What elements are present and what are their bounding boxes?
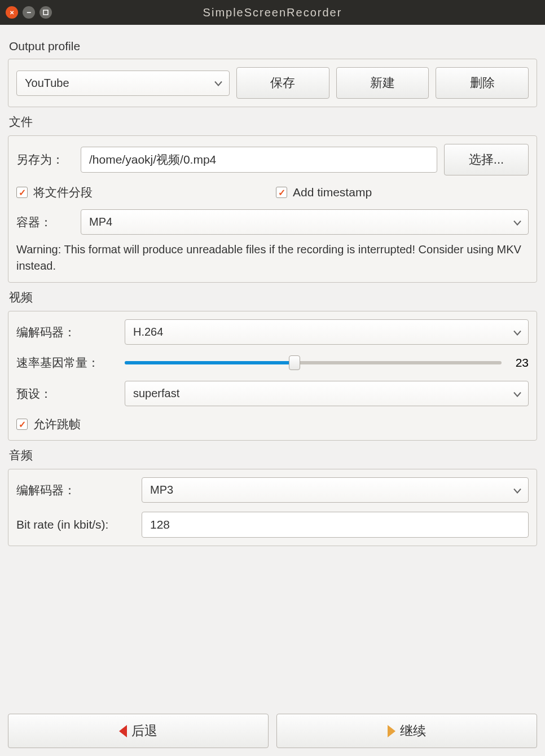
arrow-right-icon (388, 725, 395, 737)
file-section-label: 文件 (9, 114, 537, 130)
chevron-down-icon (513, 387, 521, 400)
checkbox-icon (276, 187, 287, 198)
save-as-input[interactable] (81, 147, 437, 173)
close-icon[interactable] (6, 6, 18, 19)
video-codec-select[interactable]: H.264 (125, 319, 529, 345)
preset-select[interactable]: superfast (125, 381, 529, 406)
window-title: SimpleScreenRecorder (0, 6, 545, 19)
video-section-label: 视频 (9, 289, 537, 305)
audio-codec-label: 编解码器： (16, 482, 135, 498)
audio-codec-select[interactable]: MP3 (142, 477, 529, 503)
new-button[interactable]: 新建 (336, 67, 429, 99)
timestamp-checkbox-label: Add timestamp (293, 186, 372, 199)
svg-rect-0 (43, 10, 48, 15)
crf-value: 23 (509, 356, 529, 370)
bitrate-input[interactable] (142, 512, 529, 538)
checkbox-icon (16, 419, 28, 430)
skip-frame-checkbox[interactable]: 允许跳帧 (16, 416, 81, 432)
profile-select[interactable]: YouTube (16, 71, 230, 96)
crf-slider[interactable] (125, 361, 502, 364)
titlebar: SimpleScreenRecorder (0, 0, 545, 25)
container-value: MP4 (89, 216, 112, 228)
file-panel: 另存为： 选择... 将文件分段 Add timestamp 容器： MP4 (8, 135, 537, 283)
maximize-icon[interactable] (39, 6, 52, 19)
chevron-down-icon (214, 77, 222, 90)
segment-checkbox-label: 将文件分段 (33, 184, 93, 200)
continue-label: 继续 (400, 722, 426, 740)
video-codec-value: H.264 (133, 326, 163, 339)
minimize-icon[interactable] (23, 6, 35, 19)
segment-checkbox[interactable]: 将文件分段 (16, 184, 269, 200)
output-profile-label: Output profile (9, 39, 537, 53)
delete-button[interactable]: 删除 (436, 67, 529, 99)
timestamp-checkbox[interactable]: Add timestamp (276, 186, 529, 199)
chevron-down-icon (513, 326, 521, 339)
video-panel: 编解码器： H.264 速率基因常量： 23 预设： (8, 311, 537, 441)
crf-label: 速率基因常量： (16, 355, 118, 371)
back-button[interactable]: 后退 (8, 714, 269, 748)
chevron-down-icon (513, 216, 521, 228)
skip-frame-label: 允许跳帧 (33, 416, 81, 432)
bitrate-label: Bit rate (in kbit/s): (16, 518, 135, 531)
back-label: 后退 (131, 722, 157, 740)
container-select[interactable]: MP4 (81, 209, 529, 235)
container-label: 容器： (16, 214, 74, 230)
checkbox-icon (16, 187, 28, 198)
window-controls (6, 6, 52, 19)
arrow-left-icon (119, 725, 127, 737)
continue-button[interactable]: 继续 (276, 714, 537, 748)
audio-section-label: 音频 (9, 447, 537, 463)
chevron-down-icon (513, 484, 521, 496)
audio-codec-value: MP3 (150, 484, 173, 496)
save-button[interactable]: 保存 (236, 67, 329, 99)
browse-button[interactable]: 选择... (444, 144, 529, 175)
preset-value: superfast (133, 387, 179, 400)
output-profile-panel: YouTube 保存 新建 删除 (8, 59, 537, 107)
audio-panel: 编解码器： MP3 Bit rate (in kbit/s): (8, 469, 537, 546)
video-codec-label: 编解码器： (16, 324, 118, 340)
preset-label: 预设： (16, 386, 118, 402)
save-as-label: 另存为： (16, 152, 74, 168)
profile-value: YouTube (25, 77, 69, 90)
footer-nav: 后退 继续 (8, 714, 537, 748)
container-warning: Warning: This format will produce unread… (16, 241, 529, 274)
